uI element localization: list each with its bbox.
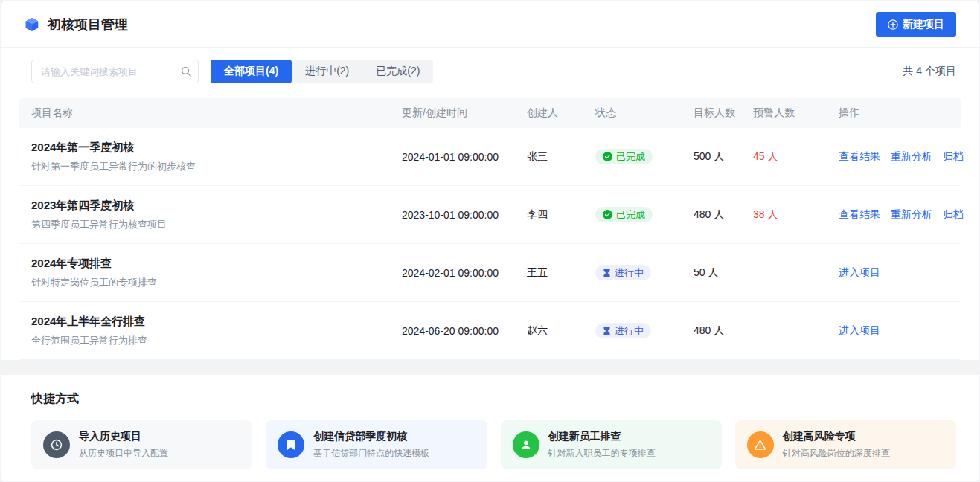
project-table: 项目名称 更新/创建时间 创建人 状态 目标人数 预警人数 操作 2024年第一…	[19, 98, 961, 360]
project-desc: 第四季度员工异常行为核查项目	[31, 218, 402, 231]
card-text: 导入历史项目 从历史项目中导入配置	[79, 430, 168, 460]
warning-count: 38 人	[753, 208, 839, 222]
actions-cell: 进入项目	[839, 266, 961, 280]
status-cell: 进行中	[595, 265, 694, 280]
shortcut-new-employee[interactable]: 创建新员工排查 针对新入职员工的专项排查	[501, 420, 722, 469]
status-cell: 进行中	[595, 323, 694, 338]
warning-triangle-icon	[747, 431, 774, 458]
card-text: 创建新员工排查 针对新入职员工的专项排查	[548, 430, 656, 460]
col-project-name: 项目名称	[31, 106, 402, 120]
action-view-results[interactable]: 查看结果	[839, 208, 880, 222]
table-header-row: 项目名称 更新/创建时间 创建人 状态 目标人数 预警人数 操作	[19, 98, 961, 128]
table-row: 2024年专项排查 针对特定岗位员工的专项排查 2024-02-01 09:00…	[19, 244, 961, 302]
tab-all-projects[interactable]: 全部项目(4)	[211, 60, 292, 83]
card-title: 创建信贷部季度初核	[313, 430, 429, 443]
project-desc: 全行范围员工异常行为排查	[31, 334, 402, 347]
card-desc: 基于信贷部门特点的快速模板	[313, 447, 429, 460]
shortcuts-title: 快捷方式	[31, 391, 956, 407]
history-clock-icon	[43, 431, 70, 458]
toolbar: 全部项目(4) 进行中(2) 已完成(2) 共 4 个项目	[1, 48, 979, 94]
bookmark-icon	[278, 431, 304, 458]
card-desc: 针对高风险岗位的深度排查	[783, 447, 890, 460]
plus-circle-icon	[888, 19, 898, 30]
target-count: 50 人	[694, 266, 753, 280]
status-label: 已完成	[616, 210, 645, 219]
warning-count: 45 人	[753, 150, 839, 164]
check-circle-icon	[603, 210, 612, 219]
project-management-panel: 初核项目管理 新建项目 全部项目(4) 进行中(2)	[1, 1, 979, 481]
status-badge: 已完成	[595, 207, 653, 222]
header: 初核项目管理 新建项目	[1, 1, 979, 48]
hourglass-icon	[603, 269, 611, 277]
app-cube-icon	[24, 16, 40, 33]
shortcut-import-history[interactable]: 导入历史项目 从历史项目中导入配置	[31, 420, 252, 469]
actions-cell: 进入项目	[839, 324, 961, 338]
status-cell: 已完成	[595, 149, 694, 164]
card-desc: 从历史项目中导入配置	[79, 447, 168, 460]
status-badge: 进行中	[595, 265, 651, 280]
project-creator: 王五	[527, 266, 595, 280]
action-archive[interactable]: 归档	[943, 208, 964, 222]
project-time: 2024-01-01 09:00:00	[402, 151, 527, 163]
tab-in-progress[interactable]: 进行中(2)	[292, 60, 362, 83]
project-time: 2024-02-01 09:00:00	[402, 267, 527, 279]
hourglass-icon	[603, 327, 611, 335]
project-name: 2023年第四季度初核	[31, 199, 402, 213]
card-text: 创建信贷部季度初核 基于信贷部门特点的快速模板	[313, 430, 429, 460]
header-left: 初核项目管理	[24, 16, 128, 33]
project-creator: 张三	[527, 150, 595, 164]
search-icon[interactable]	[181, 66, 191, 77]
project-desc: 针对特定岗位员工的专项排查	[31, 276, 402, 289]
project-name: 2024年第一季度初核	[31, 141, 402, 155]
shortcut-high-risk[interactable]: 创建高风险专项 针对高风险岗位的深度排查	[735, 420, 956, 469]
card-desc: 针对新入职员工的专项排查	[548, 447, 656, 460]
status-cell: 已完成	[595, 207, 694, 222]
tab-completed[interactable]: 已完成(2)	[362, 60, 433, 83]
new-project-label: 新建项目	[903, 18, 944, 31]
table-row: 2024年第一季度初核 针对第一季度员工异常行为的初步核查 2024-01-01…	[19, 128, 961, 186]
actions-cell: 查看结果 重新分析 归档	[839, 208, 964, 222]
action-enter-project[interactable]: 进入项目	[839, 266, 880, 280]
col-status: 状态	[595, 106, 694, 120]
actions-cell: 查看结果 重新分析 归档	[839, 150, 964, 164]
check-circle-icon	[603, 152, 612, 161]
col-creator: 创建人	[527, 106, 595, 120]
action-enter-project[interactable]: 进入项目	[839, 324, 880, 338]
project-name-cell: 2023年第四季度初核 第四季度员工异常行为核查项目	[31, 188, 402, 242]
col-actions: 操作	[839, 106, 961, 120]
card-text: 创建高风险专项 针对高风险岗位的深度排查	[783, 430, 890, 460]
col-warning: 预警人数	[753, 106, 839, 120]
shortcuts-section: 快捷方式 导入历史项目 从历史项目中导入配置	[1, 375, 979, 481]
project-desc: 针对第一季度员工异常行为的初步核查	[31, 160, 402, 173]
project-name-cell: 2024年上半年全行排查 全行范围员工异常行为排查	[31, 304, 402, 358]
action-reanalyze[interactable]: 重新分析	[891, 150, 932, 164]
new-project-button[interactable]: 新建项目	[876, 12, 956, 37]
project-creator: 李四	[527, 208, 595, 222]
col-time: 更新/创建时间	[402, 106, 527, 120]
status-badge: 进行中	[595, 323, 651, 338]
status-badge: 已完成	[595, 149, 653, 164]
project-name: 2024年上半年全行排查	[31, 315, 402, 329]
target-count: 480 人	[694, 208, 753, 222]
person-icon	[513, 431, 539, 458]
project-time: 2024-06-20 09:00:00	[402, 325, 527, 337]
col-target: 目标人数	[694, 106, 753, 120]
project-creator: 赵六	[527, 324, 595, 338]
card-title: 创建新员工排查	[548, 430, 656, 443]
action-view-results[interactable]: 查看结果	[839, 150, 880, 164]
card-title: 导入历史项目	[79, 430, 168, 443]
section-divider	[1, 360, 979, 375]
warning-count: –	[753, 325, 839, 337]
search-input[interactable]	[31, 60, 199, 83]
page-title: 初核项目管理	[48, 16, 128, 33]
target-count: 480 人	[694, 324, 753, 338]
shortcut-credit-quarterly[interactable]: 创建信贷部季度初核 基于信贷部门特点的快速模板	[266, 420, 487, 469]
card-title: 创建高风险专项	[783, 430, 890, 443]
project-name-cell: 2024年专项排查 针对特定岗位员工的专项排查	[31, 246, 402, 300]
action-reanalyze[interactable]: 重新分析	[891, 208, 932, 222]
status-label: 进行中	[615, 326, 644, 335]
action-archive[interactable]: 归档	[943, 150, 964, 164]
total-count-text: 共 4 个项目	[903, 65, 956, 78]
status-label: 进行中	[615, 268, 644, 277]
warning-count: –	[753, 267, 839, 279]
